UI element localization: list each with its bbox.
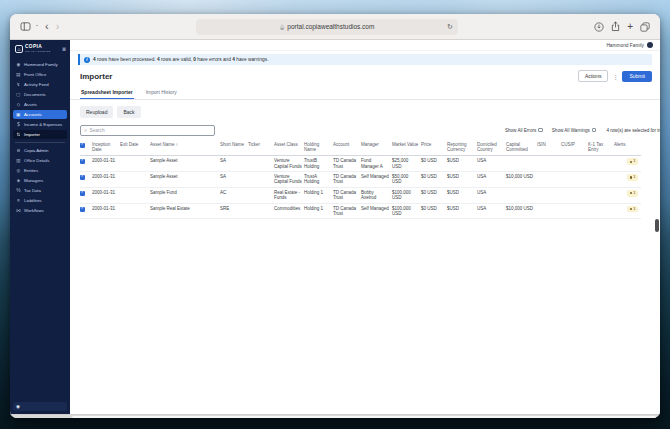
table-cell-short-name: SRE — [220, 204, 248, 220]
show-all-errors-checkbox[interactable] — [538, 128, 543, 133]
table-header-market-value[interactable]: Market Value — [392, 141, 421, 157]
avatar[interactable] — [647, 42, 653, 48]
table-header-account[interactable]: Account — [333, 141, 361, 157]
submit-button[interactable]: Submit — [622, 71, 652, 82]
table-cell-reporting-currency: $USD — [447, 172, 477, 188]
table-header-asset-name[interactable]: Asset Name ↑ — [150, 141, 220, 157]
sidebar-item-label: Front Office — [24, 72, 46, 77]
sidebar-item-label: Entities — [24, 168, 38, 173]
selection-note: 4 row(s) are selected for import — [606, 128, 660, 133]
share-icon[interactable] — [611, 21, 620, 32]
tab-import-history[interactable]: Import History — [145, 86, 178, 99]
table-header-exit-date[interactable]: Exit Date — [120, 141, 150, 157]
table-header-inception-date[interactable]: Inception Date — [92, 141, 120, 157]
downloads-icon[interactable] — [594, 22, 604, 32]
table-cell-manager: Self Managed — [361, 204, 392, 220]
table-cell-asset-class: Venture Capital Funds — [274, 172, 304, 188]
table-cell-exit-date — [120, 204, 150, 220]
table-header-reporting-currency[interactable]: Reporting Currency — [447, 141, 477, 157]
assets-icon: ◇ — [16, 102, 21, 107]
sidebar-toggle-icon[interactable] — [20, 22, 31, 31]
table-header-manager[interactable]: Manager — [361, 141, 392, 157]
sidebar-collapse-icon[interactable]: ≣ — [62, 46, 66, 52]
sidebar-item-copia-admin[interactable]: ⚙Copia Admin — [13, 146, 67, 155]
table-cell-asset-class: Commodities — [274, 204, 304, 220]
sidebar-item-office-details[interactable]: ▥Office Details — [13, 156, 67, 165]
alert-badge[interactable]: 1 — [627, 190, 638, 197]
table-header-capital-committed[interactable]: Capital Committed — [506, 141, 537, 157]
vertical-scrollbar[interactable] — [655, 219, 659, 232]
sidebar-item-front-office[interactable]: ▤Front Office — [13, 70, 67, 79]
lock-icon: 🔒 — [279, 24, 285, 30]
table-header-k1-tax-entry[interactable]: K-1 Tax Entry — [588, 141, 614, 157]
alert-count: 1 — [633, 159, 635, 164]
alert-badge[interactable]: 1 — [627, 174, 638, 181]
sidebar-item-workflows[interactable]: ⋈Workflows — [13, 206, 67, 215]
sidebar-item-tax-data[interactable]: %Tax Data — [13, 186, 67, 195]
reload-icon[interactable]: ↻ — [447, 23, 453, 31]
account-switcher[interactable]: Hammond Family — [606, 43, 644, 48]
back-button[interactable]: ‹ — [45, 21, 49, 32]
table-cell-asset-class: Venture Capital Funds — [274, 156, 304, 172]
managers-icon: ◈ — [16, 178, 21, 183]
table-header-alerts[interactable]: Alerts — [614, 141, 641, 157]
search-input[interactable] — [89, 128, 211, 133]
table-header-holding-name[interactable]: Holding Name — [304, 141, 333, 157]
sidebar-item-documents[interactable]: ▢Documents — [13, 90, 67, 99]
sidebar-item-label: Tax Data — [24, 188, 41, 193]
table-header-asset-class[interactable]: Asset Class — [274, 141, 304, 157]
sidebar-item-income-expenses[interactable]: $Income & Expenses — [13, 120, 67, 129]
sidebar-item-activity-feed[interactable]: ↯Activity Feed — [13, 80, 67, 89]
horizontal-scrollbar[interactable] — [10, 414, 660, 418]
alert-badge[interactable]: 1 — [627, 206, 638, 213]
address-bar[interactable]: 🔒 portal.copiawealthstudios.com ↻ — [196, 19, 458, 35]
row-checkbox[interactable] — [80, 175, 85, 180]
search-box[interactable]: ⌕ — [80, 125, 215, 136]
sidebar-item-hammond-family[interactable]: ◉Hammond Family — [13, 60, 67, 69]
row-checkbox[interactable] — [80, 159, 85, 164]
sidebar-item-liabilities[interactable]: ≡Liabilities — [13, 196, 67, 205]
sidebar-item-label: Activity Feed — [24, 82, 49, 87]
select-all-checkbox[interactable] — [80, 143, 85, 148]
sidebar-item-importer[interactable]: ⇅Importer — [13, 130, 67, 139]
sidebar-item-accounts[interactable]: ▣Accounts — [13, 110, 67, 119]
row-checkbox[interactable] — [80, 207, 85, 212]
table-cell-k1-tax-entry — [588, 188, 614, 204]
copia-logo-icon: ⌂ — [15, 45, 23, 53]
kebab-menu-icon[interactable]: ⋮ — [612, 73, 618, 80]
table-cell-select — [80, 204, 92, 220]
sidebar-footer-button[interactable]: ◉ — [13, 402, 67, 411]
back-button-page[interactable]: Back — [117, 106, 140, 118]
table-cell-short-name: SA — [220, 172, 248, 188]
alert-badge[interactable]: 1 — [627, 158, 638, 165]
table-header-cusip[interactable]: CUSIP — [561, 141, 588, 157]
table-cell-price: $0 USD — [421, 172, 447, 188]
sidebar-item-assets[interactable]: ◇Assets — [13, 100, 67, 109]
table-cell-domiciled-country: USA — [477, 156, 506, 172]
tab-spreadsheet-importer[interactable]: Spreadsheet Importer — [80, 86, 134, 99]
table-header-isin[interactable]: ISIN — [537, 141, 561, 157]
horizontal-scrollbar-thumb[interactable] — [72, 416, 656, 419]
alert-count: 1 — [633, 207, 635, 212]
reupload-button[interactable]: Reupload — [80, 106, 113, 118]
table-header-domiciled-country[interactable]: Domiciled Country — [477, 141, 506, 157]
table-cell-capital-committed — [506, 188, 537, 204]
table-cell-cusip — [561, 172, 588, 188]
app-sidebar: ⌂ COPIA WEALTH STUDIOS ≣ ◉Hammond Family… — [10, 40, 70, 414]
sidebar-item-entities[interactable]: ◎Entities — [13, 166, 67, 175]
tabs-overview-icon[interactable] — [640, 22, 650, 32]
table-header-price[interactable]: Price — [421, 141, 447, 157]
table-header-short-name[interactable]: Short Name — [220, 141, 248, 157]
actions-button[interactable]: Actions — [578, 70, 608, 82]
chevron-down-icon[interactable]: ˇ — [36, 24, 38, 30]
sidebar-item-managers[interactable]: ◈Managers — [13, 176, 67, 185]
table-cell-alerts: 1 — [614, 172, 641, 188]
workflows-icon: ⋈ — [16, 208, 21, 213]
row-checkbox[interactable] — [80, 191, 85, 196]
new-tab-icon[interactable]: + — [627, 21, 633, 32]
sidebar-item-label: Importer — [24, 132, 40, 137]
family-icon: ◉ — [16, 62, 21, 67]
table-header-ticker[interactable]: Ticker — [248, 141, 274, 157]
alert-count: 1 — [633, 175, 635, 180]
show-all-warnings-checkbox[interactable] — [592, 128, 597, 133]
